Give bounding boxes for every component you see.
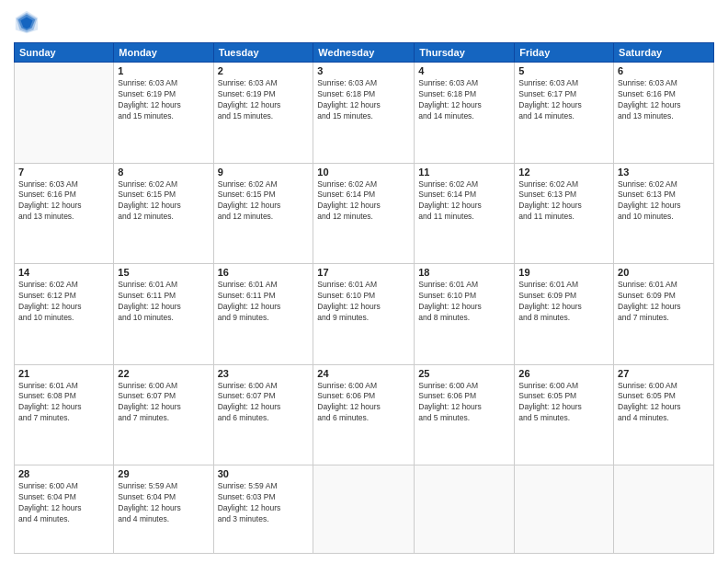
calendar-header-wednesday: Wednesday (313, 43, 415, 63)
day-number: 8 (118, 167, 209, 178)
day-info: Sunrise: 6:01 AM Sunset: 6:10 PM Dayligh… (317, 280, 410, 324)
day-number: 21 (18, 368, 109, 379)
day-info: Sunrise: 6:00 AM Sunset: 6:07 PM Dayligh… (118, 381, 209, 425)
calendar-cell: 7Sunrise: 6:03 AM Sunset: 6:16 PM Daylig… (15, 163, 114, 264)
calendar-cell: 2Sunrise: 6:03 AM Sunset: 6:19 PM Daylig… (213, 63, 313, 164)
day-number: 27 (618, 368, 710, 379)
day-info: Sunrise: 6:03 AM Sunset: 6:16 PM Dayligh… (18, 179, 109, 224)
day-info: Sunrise: 6:00 AM Sunset: 6:05 PM Dayligh… (618, 381, 710, 425)
page-header (14, 9, 714, 35)
calendar-week-1: 1Sunrise: 6:03 AM Sunset: 6:19 PM Daylig… (15, 63, 714, 164)
calendar-cell: 12Sunrise: 6:02 AM Sunset: 6:13 PM Dayli… (515, 163, 614, 264)
day-number: 24 (317, 368, 410, 379)
calendar-cell: 24Sunrise: 6:00 AM Sunset: 6:06 PM Dayli… (313, 364, 415, 465)
calendar-cell: 25Sunrise: 6:00 AM Sunset: 6:06 PM Dayli… (415, 364, 515, 465)
day-number: 9 (218, 167, 310, 178)
calendar-cell: 5Sunrise: 6:03 AM Sunset: 6:17 PM Daylig… (515, 63, 614, 164)
calendar-cell (15, 63, 114, 164)
day-info: Sunrise: 6:02 AM Sunset: 6:13 PM Dayligh… (518, 179, 609, 224)
day-info: Sunrise: 6:00 AM Sunset: 6:07 PM Dayligh… (218, 381, 310, 425)
calendar-cell: 20Sunrise: 6:01 AM Sunset: 6:09 PM Dayli… (614, 264, 714, 365)
calendar-header-sunday: Sunday (15, 43, 114, 63)
calendar-cell (614, 465, 714, 554)
calendar-cell: 13Sunrise: 6:02 AM Sunset: 6:13 PM Dayli… (614, 163, 714, 264)
calendar-cell: 22Sunrise: 6:00 AM Sunset: 6:07 PM Dayli… (114, 364, 213, 465)
calendar-cell: 4Sunrise: 6:03 AM Sunset: 6:18 PM Daylig… (415, 63, 515, 164)
calendar-cell: 17Sunrise: 6:01 AM Sunset: 6:10 PM Dayli… (313, 264, 415, 365)
day-number: 16 (218, 267, 310, 278)
calendar-cell: 16Sunrise: 6:01 AM Sunset: 6:11 PM Dayli… (213, 264, 313, 365)
day-number: 3 (317, 65, 410, 76)
day-info: Sunrise: 6:01 AM Sunset: 6:08 PM Dayligh… (18, 381, 109, 425)
calendar-week-3: 14Sunrise: 6:02 AM Sunset: 6:12 PM Dayli… (15, 264, 714, 365)
day-info: Sunrise: 6:02 AM Sunset: 6:13 PM Dayligh… (618, 179, 710, 224)
day-info: Sunrise: 6:02 AM Sunset: 6:12 PM Dayligh… (18, 280, 109, 324)
day-number: 10 (317, 167, 410, 178)
day-number: 2 (218, 65, 310, 76)
calendar-cell (415, 465, 515, 554)
day-number: 1 (118, 65, 209, 76)
day-info: Sunrise: 5:59 AM Sunset: 6:04 PM Dayligh… (118, 481, 209, 525)
day-number: 14 (18, 267, 109, 278)
day-info: Sunrise: 6:02 AM Sunset: 6:15 PM Dayligh… (118, 179, 209, 224)
day-number: 23 (218, 368, 310, 379)
calendar-cell: 11Sunrise: 6:02 AM Sunset: 6:14 PM Dayli… (415, 163, 515, 264)
day-info: Sunrise: 6:02 AM Sunset: 6:14 PM Dayligh… (317, 179, 410, 224)
calendar-header-monday: Monday (114, 43, 213, 63)
calendar-cell: 29Sunrise: 5:59 AM Sunset: 6:04 PM Dayli… (114, 465, 213, 554)
calendar-week-2: 7Sunrise: 6:03 AM Sunset: 6:16 PM Daylig… (15, 163, 714, 264)
calendar-cell: 23Sunrise: 6:00 AM Sunset: 6:07 PM Dayli… (213, 364, 313, 465)
logo-icon (14, 9, 40, 35)
day-info: Sunrise: 6:01 AM Sunset: 6:11 PM Dayligh… (118, 280, 209, 324)
calendar-cell: 30Sunrise: 5:59 AM Sunset: 6:03 PM Dayli… (213, 465, 313, 554)
calendar-week-5: 28Sunrise: 6:00 AM Sunset: 6:04 PM Dayli… (15, 465, 714, 554)
day-info: Sunrise: 6:03 AM Sunset: 6:17 PM Dayligh… (518, 78, 609, 122)
day-number: 15 (118, 267, 209, 278)
calendar-cell: 8Sunrise: 6:02 AM Sunset: 6:15 PM Daylig… (114, 163, 213, 264)
day-number: 12 (518, 167, 609, 178)
day-info: Sunrise: 6:01 AM Sunset: 6:10 PM Dayligh… (418, 280, 510, 324)
calendar-week-4: 21Sunrise: 6:01 AM Sunset: 6:08 PM Dayli… (15, 364, 714, 465)
day-number: 25 (418, 368, 510, 379)
calendar-cell: 18Sunrise: 6:01 AM Sunset: 6:10 PM Dayli… (415, 264, 515, 365)
day-info: Sunrise: 6:00 AM Sunset: 6:04 PM Dayligh… (18, 481, 109, 525)
calendar-cell: 14Sunrise: 6:02 AM Sunset: 6:12 PM Dayli… (15, 264, 114, 365)
day-number: 5 (518, 65, 609, 76)
calendar-cell: 9Sunrise: 6:02 AM Sunset: 6:15 PM Daylig… (213, 163, 313, 264)
calendar-cell: 28Sunrise: 6:00 AM Sunset: 6:04 PM Dayli… (15, 465, 114, 554)
calendar: SundayMondayTuesdayWednesdayThursdayFrid… (14, 42, 714, 554)
day-info: Sunrise: 6:00 AM Sunset: 6:06 PM Dayligh… (317, 381, 410, 425)
day-number: 20 (618, 267, 710, 278)
calendar-cell: 21Sunrise: 6:01 AM Sunset: 6:08 PM Dayli… (15, 364, 114, 465)
day-info: Sunrise: 6:03 AM Sunset: 6:16 PM Dayligh… (618, 78, 710, 122)
day-number: 13 (618, 167, 710, 178)
day-info: Sunrise: 6:03 AM Sunset: 6:18 PM Dayligh… (317, 78, 410, 122)
calendar-cell: 15Sunrise: 6:01 AM Sunset: 6:11 PM Dayli… (114, 264, 213, 365)
calendar-cell: 26Sunrise: 6:00 AM Sunset: 6:05 PM Dayli… (515, 364, 614, 465)
day-number: 11 (418, 167, 510, 178)
day-info: Sunrise: 6:03 AM Sunset: 6:19 PM Dayligh… (118, 78, 209, 122)
calendar-cell: 19Sunrise: 6:01 AM Sunset: 6:09 PM Dayli… (515, 264, 614, 365)
day-info: Sunrise: 6:02 AM Sunset: 6:14 PM Dayligh… (418, 179, 510, 224)
calendar-cell: 6Sunrise: 6:03 AM Sunset: 6:16 PM Daylig… (614, 63, 714, 164)
day-info: Sunrise: 6:01 AM Sunset: 6:11 PM Dayligh… (218, 280, 310, 324)
calendar-cell: 1Sunrise: 6:03 AM Sunset: 6:19 PM Daylig… (114, 63, 213, 164)
day-number: 28 (18, 468, 109, 479)
day-info: Sunrise: 6:03 AM Sunset: 6:18 PM Dayligh… (418, 78, 510, 122)
day-number: 17 (317, 267, 410, 278)
calendar-header-row: SundayMondayTuesdayWednesdayThursdayFrid… (15, 43, 714, 63)
day-number: 6 (618, 65, 710, 76)
day-info: Sunrise: 6:00 AM Sunset: 6:06 PM Dayligh… (418, 381, 510, 425)
day-info: Sunrise: 5:59 AM Sunset: 6:03 PM Dayligh… (218, 481, 310, 525)
day-number: 30 (218, 468, 310, 479)
day-number: 18 (418, 267, 510, 278)
day-number: 22 (118, 368, 209, 379)
day-number: 29 (118, 468, 209, 479)
day-number: 19 (518, 267, 609, 278)
day-info: Sunrise: 6:01 AM Sunset: 6:09 PM Dayligh… (618, 280, 710, 324)
day-number: 26 (518, 368, 609, 379)
day-info: Sunrise: 6:00 AM Sunset: 6:05 PM Dayligh… (518, 381, 609, 425)
calendar-cell: 10Sunrise: 6:02 AM Sunset: 6:14 PM Dayli… (313, 163, 415, 264)
calendar-header-saturday: Saturday (614, 43, 714, 63)
calendar-cell (515, 465, 614, 554)
